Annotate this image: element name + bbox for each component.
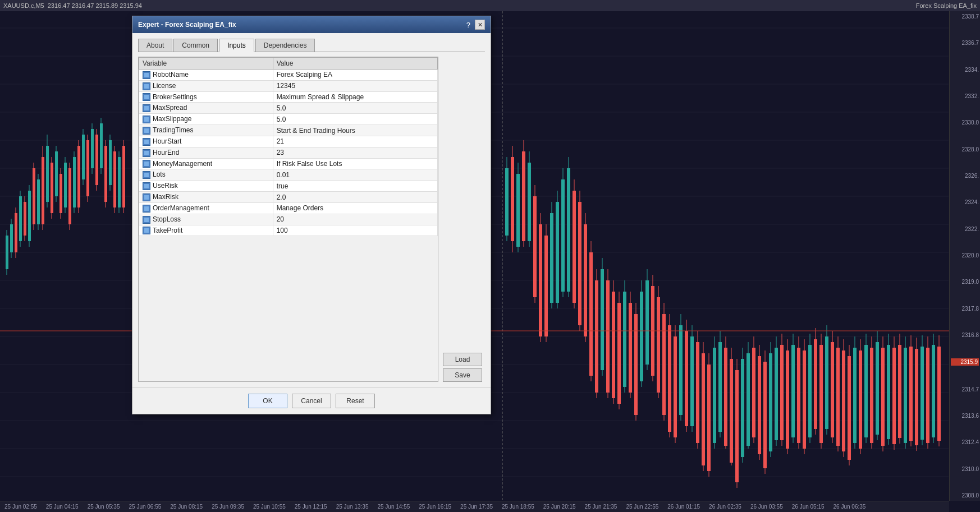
value-cell[interactable]: 0.01 <box>273 169 437 181</box>
col-variable: Variable <box>139 58 273 70</box>
load-button[interactable]: Load <box>443 353 482 366</box>
right-panel: Load Save <box>443 57 485 382</box>
time-label: 26 Jun 05:15 <box>792 504 825 510</box>
table-row[interactable]: RobotNameForex Scalping EA <box>139 70 438 81</box>
table-row[interactable]: MaxSpread5.0 <box>139 103 438 114</box>
price-label: 2334. <box>951 67 979 73</box>
table-row[interactable]: MaxRisk2.0 <box>139 192 438 203</box>
time-label: 25 Jun 21:35 <box>585 504 617 510</box>
var-icon <box>143 216 150 224</box>
value-cell[interactable]: 23 <box>273 147 437 158</box>
value-cell[interactable]: Start & End Trading Hours <box>273 125 437 136</box>
time-label: 26 Jun 02:35 <box>709 504 741 510</box>
tab-dependencies[interactable]: Dependencies <box>255 39 315 52</box>
value-cell[interactable]: 5.0 <box>273 114 437 125</box>
table-row[interactable]: StopLoss20 <box>139 214 438 225</box>
dialog-footer: OK Cancel Reset <box>132 388 491 414</box>
cancel-button[interactable]: Cancel <box>292 394 331 408</box>
reset-button[interactable]: Reset <box>336 394 375 408</box>
value-cell[interactable]: 20 <box>273 214 437 225</box>
value-cell[interactable]: Forex Scalping EA <box>273 70 437 81</box>
price-label: 2324. <box>951 199 979 205</box>
time-label: 25 Jun 05:35 <box>88 504 120 510</box>
variable-cell: StopLoss <box>139 214 273 225</box>
dialog-body: About Common Inputs Dependencies Variabl… <box>132 33 491 388</box>
variable-cell: Lots <box>139 169 273 181</box>
price-label: 2313.6 <box>951 413 979 419</box>
value-cell[interactable]: If Risk False Use Lots <box>273 158 437 169</box>
price-label: 2314.7 <box>951 386 979 393</box>
main-content: Variable Value RobotNameForex Scalping E… <box>138 57 485 382</box>
tab-inputs[interactable]: Inputs <box>219 39 254 52</box>
variable-cell: MaxRisk <box>139 192 273 203</box>
table-row[interactable]: TradingTimesStart & End Trading Hours <box>139 125 438 136</box>
time-label: 25 Jun 17:35 <box>460 504 493 510</box>
tab-about[interactable]: About <box>138 39 172 52</box>
value-cell[interactable]: Maximum Spread & Slippage <box>273 91 437 103</box>
time-label: 25 Jun 09:35 <box>212 504 244 510</box>
table-row[interactable]: BrokerSettingsMaximum Spread & Slippage <box>139 91 438 103</box>
table-row[interactable]: TakeProfit100 <box>139 225 438 236</box>
time-label: 25 Jun 12:15 <box>295 504 327 510</box>
col-value: Value <box>273 58 437 70</box>
dialog-titlebar: Expert - Forex Scalping EA_fix ? ✕ <box>132 16 491 33</box>
table-row[interactable]: UseRisktrue <box>139 181 438 192</box>
table-row[interactable]: MoneyManagementIf Risk False Use Lots <box>139 158 438 169</box>
value-cell[interactable]: 12345 <box>273 80 437 91</box>
time-axis: 25 Jun 02:55 25 Jun 04:15 25 Jun 05:35 2… <box>0 501 949 512</box>
table-row[interactable]: MaxSlippage5.0 <box>139 114 438 125</box>
var-icon <box>143 149 150 157</box>
variable-cell: UseRisk <box>139 181 273 192</box>
price-label: 2326. <box>951 173 979 179</box>
var-icon <box>143 138 150 146</box>
value-cell[interactable]: 100 <box>273 225 437 236</box>
value-cell[interactable]: 21 <box>273 136 437 147</box>
variable-cell: HourStart <box>139 136 273 147</box>
var-icon <box>143 171 150 179</box>
var-icon <box>143 116 150 123</box>
value-cell[interactable]: true <box>273 181 437 192</box>
variable-cell: TakeProfit <box>139 225 273 236</box>
var-icon <box>143 182 150 190</box>
help-button[interactable]: ? <box>466 21 470 29</box>
time-label: 25 Jun 16:15 <box>419 504 451 510</box>
table-row[interactable]: HourEnd23 <box>139 147 438 158</box>
time-label: 25 Jun 13:35 <box>336 504 369 510</box>
time-label: 25 Jun 18:55 <box>502 504 534 510</box>
price-label: 2332. <box>951 93 979 99</box>
table-row[interactable]: OrderManagementManage Orders <box>139 202 438 214</box>
var-icon <box>143 93 150 101</box>
variable-cell: HourEnd <box>139 147 273 158</box>
price-label: 2338.7 <box>951 13 979 20</box>
price-label: 2330.0 <box>951 119 979 126</box>
variable-cell: MaxSpread <box>139 103 273 114</box>
time-label: 26 Jun 06:35 <box>834 504 866 510</box>
table-row[interactable]: HourStart21 <box>139 136 438 147</box>
save-button[interactable]: Save <box>443 368 482 382</box>
time-label: 25 Jun 14:55 <box>377 504 410 510</box>
variable-cell: OrderManagement <box>139 202 273 214</box>
price-label: 2308.0 <box>951 492 979 499</box>
table-row[interactable]: License12345 <box>139 80 438 91</box>
time-label: 25 Jun 02:55 <box>4 504 37 510</box>
variable-cell: TradingTimes <box>139 125 273 136</box>
var-icon <box>143 82 150 90</box>
close-button[interactable]: ✕ <box>475 20 485 30</box>
value-cell[interactable]: 5.0 <box>273 103 437 114</box>
variable-cell: License <box>139 80 273 91</box>
var-icon <box>143 104 150 112</box>
value-cell[interactable]: 2.0 <box>273 192 437 203</box>
price-label: 2316.8 <box>951 332 979 338</box>
tab-common[interactable]: Common <box>173 39 218 52</box>
variable-cell: MaxSlippage <box>139 114 273 125</box>
price-info: 2316.47 2316.47 2315.89 2315.94 <box>48 2 142 9</box>
time-label: 26 Jun 01:15 <box>667 504 700 510</box>
table-row[interactable]: Lots0.01 <box>139 169 438 181</box>
ea-label: Forex Scalping EA_fix <box>916 2 977 9</box>
ok-button[interactable]: OK <box>248 394 287 408</box>
table-container[interactable]: Variable Value RobotNameForex Scalping E… <box>138 57 438 382</box>
variable-cell: BrokerSettings <box>139 91 273 103</box>
symbol-info: XAUUSD.c,M5 <box>3 2 44 9</box>
value-cell[interactable]: Manage Orders <box>273 202 437 214</box>
var-icon <box>143 193 150 201</box>
